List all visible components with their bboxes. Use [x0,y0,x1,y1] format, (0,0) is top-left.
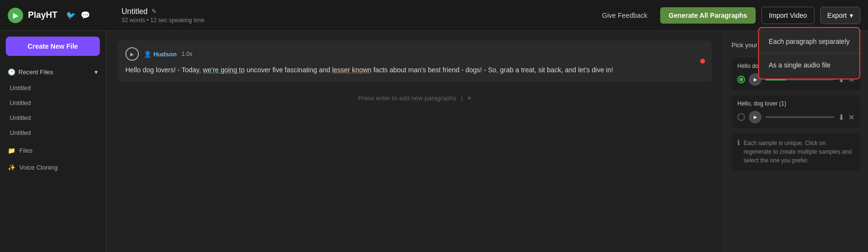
add-paragraph-row[interactable]: Press enter to add new paragraphs | × [118,88,712,108]
info-icon: ℹ [737,139,740,165]
recent-files-section: 🕐 Recent Files ▾ Untitled Untitled Untit… [0,64,106,142]
discord-icon[interactable]: 💬 [81,11,90,20]
download-icon-2[interactable]: ⬇ [838,113,844,122]
export-dropdown: Each paragraph separately As a single au… [758,31,860,80]
file-meta: 32 words • 12 sec speaking time [122,17,595,24]
chevron-down-icon: ▾ [850,12,853,19]
recent-file-item[interactable]: Untitled [6,110,100,125]
logo-area: ▶ PlayHT 🐦 💬 [8,8,114,23]
paragraph-block: ▶ 👤 Hudson 1.0x Hello dog lovers! - Toda… [118,40,712,82]
create-new-file-button[interactable]: Create New File [6,37,100,56]
feedback-button[interactable]: Give Feedback [595,8,654,23]
underlined-text-green: we're going to [203,66,245,74]
info-box: ℹ Each sample is unique. Click on regene… [732,133,860,171]
version-controls-2: ▶ ⬇ ✕ [737,111,854,123]
export-button[interactable]: Export ▾ [820,7,860,24]
version-item-2: Hello, dog lover (1) ▶ ⬇ ✕ [732,95,860,128]
clock-icon: 🕐 [8,68,15,76]
paragraph-text[interactable]: Hello dog lovers! - Today, we're going t… [125,65,704,75]
sparkle-icon: ✨ [8,164,15,171]
logo-icon: ▶ [8,8,23,23]
version-progress-2 [765,116,834,118]
export-option-single[interactable]: As a single audio file [759,55,859,75]
version-radio-1[interactable] [737,76,745,83]
recent-files-header[interactable]: 🕐 Recent Files ▾ [6,66,100,79]
dropdown-divider [759,53,859,53]
recent-file-item[interactable]: Untitled [6,80,100,95]
sidebar: Create New File 🕐 Recent Files ▾ Untitle… [0,31,106,252]
recent-file-item[interactable]: Untitled [6,95,100,110]
voice-person-icon: 👤 [144,51,151,58]
file-title-row: Untitled ✎ [122,7,595,16]
play-button[interactable]: ▶ [125,47,139,61]
recent-files-list: Untitled Untitled Untitled Untitled [6,80,100,140]
main-layout: Create New File 🕐 Recent Files ▾ Untitle… [0,31,868,252]
version-radio-2[interactable] [737,113,745,121]
sidebar-item-voice-cloning[interactable]: ✨ Voice Cloning [0,159,106,176]
twitter-icon[interactable]: 🐦 [66,11,76,20]
edit-icon[interactable]: ✎ [151,8,157,15]
version-title-2: Hello, dog lover (1) [737,100,854,107]
speed-badge: 1.0x [181,51,192,57]
voice-name: 👤 Hudson [144,51,176,58]
folder-icon: 📁 [8,147,15,154]
file-info: Untitled ✎ 32 words • 12 sec speaking ti… [114,7,595,24]
generate-button[interactable]: Generate All Paragraphs [660,7,756,24]
chevron-down-icon: ▾ [95,68,98,76]
import-video-button[interactable]: Import Video [761,7,814,24]
export-option-separate[interactable]: Each paragraph separately [759,32,859,51]
sidebar-item-files[interactable]: 📁 Files [0,142,106,159]
close-icon-2[interactable]: ✕ [848,113,854,122]
paragraph-header: ▶ 👤 Hudson 1.0x [125,47,704,61]
header-actions: Give Feedback Generate All Paragraphs Im… [595,7,860,24]
social-icons: 🐦 💬 [66,11,90,20]
file-title: Untitled [122,7,148,16]
editor-content: ▶ 👤 Hudson 1.0x Hello dog lovers! - Toda… [106,31,723,252]
version-play-2[interactable]: ▶ [749,111,761,123]
app-name: PlayHT [28,10,57,20]
info-text: Each sample is unique. Click on regenera… [744,139,854,165]
underlined-text-red: lesser known [332,66,372,74]
app-header: ▶ PlayHT 🐦 💬 Untitled ✎ 32 words • 12 se… [0,0,868,31]
recent-file-item[interactable]: Untitled [6,125,100,140]
error-indicator [700,59,705,64]
close-add-paragraph[interactable]: × [467,94,471,102]
